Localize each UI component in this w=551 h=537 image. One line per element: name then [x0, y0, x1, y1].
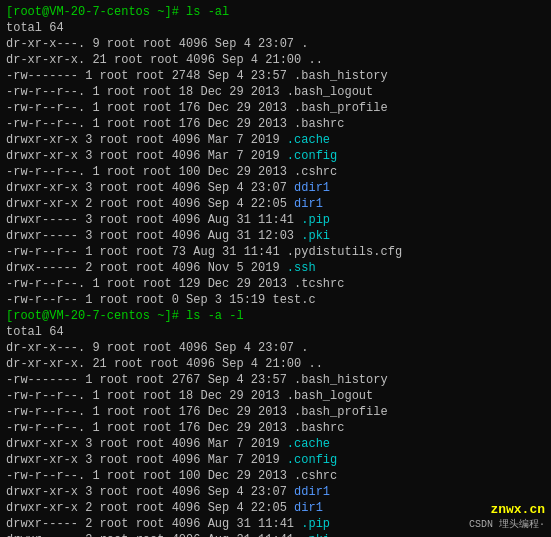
terminal-line: drwx------ 2 root root 4096 Nov 5 2019 .…: [6, 260, 545, 276]
terminal-line: drwxr----- 3 root root 4096 Aug 31 12:03…: [6, 228, 545, 244]
terminal-line: dr-xr-x---. 9 root root 4096 Sep 4 23:07…: [6, 340, 545, 356]
terminal-line: dr-xr-xr-x. 21 root root 4096 Sep 4 21:0…: [6, 52, 545, 68]
terminal-line: -rw------- 1 root root 2748 Sep 4 23:57 …: [6, 68, 545, 84]
terminal-line: drwxr----- 2 root root 4096 Aug 31 11:41…: [6, 516, 545, 532]
watermark: znwx.cn CSDN 埋头编程·: [469, 502, 545, 531]
terminal-line: drwxr----- 3 root root 4096 Aug 31 11:41…: [6, 212, 545, 228]
terminal-line: -rw-r--r--. 1 root root 18 Dec 29 2013 .…: [6, 388, 545, 404]
terminal-line: -rw-r--r--. 1 root root 100 Dec 29 2013 …: [6, 468, 545, 484]
terminal-line: [root@VM-20-7-centos ~]# ls -al: [6, 4, 545, 20]
terminal-line: -rw-r--r--. 1 root root 100 Dec 29 2013 …: [6, 164, 545, 180]
terminal-line: drwxr-xr-x 3 root root 4096 Mar 7 2019 .…: [6, 452, 545, 468]
terminal: [root@VM-20-7-centos ~]# ls -altotal 64d…: [0, 0, 551, 537]
terminal-line: total 64: [6, 324, 545, 340]
terminal-line: drwxr-xr-x 3 root root 4096 Sep 4 23:07 …: [6, 484, 545, 500]
terminal-line: -rw-r--r-- 1 root root 73 Aug 31 11:41 .…: [6, 244, 545, 260]
watermark-site: znwx.cn: [469, 502, 545, 517]
terminal-line: drwxr----- 3 root root 4096 Aug 31 11:41…: [6, 532, 545, 537]
terminal-line: -rw-r--r--. 1 root root 176 Dec 29 2013 …: [6, 100, 545, 116]
terminal-line: drwxr-xr-x 3 root root 4096 Mar 7 2019 .…: [6, 148, 545, 164]
terminal-line: dr-xr-x---. 9 root root 4096 Sep 4 23:07…: [6, 36, 545, 52]
terminal-line: drwxr-xr-x 3 root root 4096 Mar 7 2019 .…: [6, 436, 545, 452]
terminal-line: drwxr-xr-x 2 root root 4096 Sep 4 22:05 …: [6, 500, 545, 516]
terminal-line: [root@VM-20-7-centos ~]# ls -a -l: [6, 308, 545, 324]
terminal-line: -rw-r--r--. 1 root root 129 Dec 29 2013 …: [6, 276, 545, 292]
terminal-line: -rw-r--r--. 1 root root 18 Dec 29 2013 .…: [6, 84, 545, 100]
watermark-sub: CSDN 埋头编程·: [469, 517, 545, 531]
terminal-line: -rw------- 1 root root 2767 Sep 4 23:57 …: [6, 372, 545, 388]
terminal-line: total 64: [6, 20, 545, 36]
terminal-line: -rw-r--r--. 1 root root 176 Dec 29 2013 …: [6, 116, 545, 132]
terminal-line: drwxr-xr-x 3 root root 4096 Sep 4 23:07 …: [6, 180, 545, 196]
terminal-line: drwxr-xr-x 2 root root 4096 Sep 4 22:05 …: [6, 196, 545, 212]
terminal-line: -rw-r--r--. 1 root root 176 Dec 29 2013 …: [6, 404, 545, 420]
terminal-line: -rw-r--r-- 1 root root 0 Sep 3 15:19 tes…: [6, 292, 545, 308]
terminal-line: drwxr-xr-x 3 root root 4096 Mar 7 2019 .…: [6, 132, 545, 148]
terminal-line: dr-xr-xr-x. 21 root root 4096 Sep 4 21:0…: [6, 356, 545, 372]
terminal-line: -rw-r--r--. 1 root root 176 Dec 29 2013 …: [6, 420, 545, 436]
